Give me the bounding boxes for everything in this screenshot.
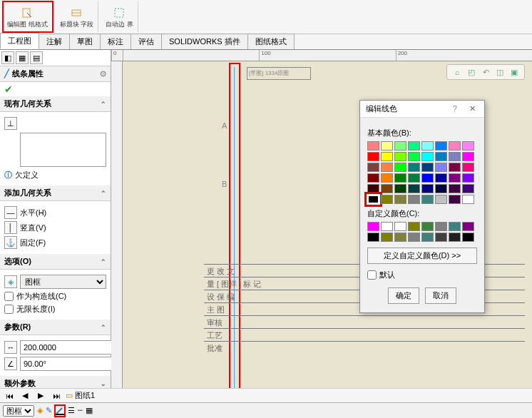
display-style-icon[interactable]: ▣ xyxy=(508,66,520,78)
tab-dimension[interactable]: 标注 xyxy=(100,34,131,49)
color-swatch[interactable] xyxy=(394,173,406,183)
hide-show-icon[interactable]: ▦ xyxy=(86,406,93,415)
color-swatch[interactable] xyxy=(421,173,434,183)
color-swatch[interactable] xyxy=(449,173,461,183)
color-swatch[interactable] xyxy=(435,152,447,161)
close-icon[interactable]: ✕ xyxy=(466,104,479,113)
tab-sheetformat[interactable]: 图纸格式 xyxy=(247,34,295,49)
color-swatch[interactable] xyxy=(367,141,379,151)
length-input[interactable] xyxy=(20,340,126,355)
color-swatch[interactable] xyxy=(435,141,447,151)
zoom-fit-icon[interactable]: ⌕ xyxy=(451,66,463,78)
ok-button[interactable]: 确定 xyxy=(388,287,419,304)
zoom-area-icon[interactable]: ◰ xyxy=(466,66,477,78)
fm-tab-2[interactable]: ▦ xyxy=(16,51,29,64)
color-swatch[interactable] xyxy=(367,222,379,231)
color-swatch[interactable] xyxy=(367,173,379,183)
color-swatch[interactable] xyxy=(408,141,420,151)
color-swatch[interactable] xyxy=(421,195,434,204)
construction-checkbox[interactable] xyxy=(4,292,14,301)
color-swatch[interactable] xyxy=(449,141,461,151)
next-sheet-icon[interactable]: ▶ xyxy=(34,390,47,402)
color-swatch[interactable] xyxy=(449,195,461,204)
color-swatch[interactable] xyxy=(449,184,461,193)
line-color-icon[interactable]: ✎ xyxy=(46,406,52,415)
help-button[interactable]: ? xyxy=(453,104,457,113)
color-swatch[interactable] xyxy=(408,184,420,193)
tab-drawing[interactable]: 工程图 xyxy=(0,33,39,49)
color-swatch[interactable] xyxy=(449,233,461,242)
color-swatch[interactable] xyxy=(421,233,434,242)
color-swatch[interactable] xyxy=(435,163,447,172)
edit-sheet-format-button[interactable]: 编辑图 纸格式 xyxy=(3,1,53,32)
infinite-checkbox[interactable] xyxy=(4,305,14,314)
line-color-tool[interactable] xyxy=(55,405,65,417)
relations-listbox[interactable] xyxy=(20,133,106,167)
color-swatch[interactable] xyxy=(462,184,474,193)
layer-combo[interactable]: 图框 xyxy=(3,405,34,417)
pin-icon[interactable]: ⊙ xyxy=(100,69,106,78)
color-swatch[interactable] xyxy=(435,233,447,242)
tab-evaluate[interactable]: 评估 xyxy=(131,34,162,49)
define-custom-button[interactable]: 定义自定义颜色(D) >> xyxy=(367,248,477,264)
color-swatch[interactable] xyxy=(394,233,406,242)
last-sheet-icon[interactable]: ⏭ xyxy=(50,390,63,402)
relation-horizontal[interactable]: — 水平(H) xyxy=(4,206,106,219)
prev-view-icon[interactable]: ↶ xyxy=(480,66,491,78)
color-swatch[interactable] xyxy=(381,152,393,161)
color-swatch[interactable] xyxy=(462,173,474,183)
relation-vertical[interactable]: │ 竖直(V) xyxy=(4,221,106,234)
ok-check-icon[interactable]: ✔ xyxy=(4,83,106,95)
first-sheet-icon[interactable]: ⏮ xyxy=(3,390,16,402)
color-swatch[interactable] xyxy=(408,173,420,183)
color-swatch[interactable] xyxy=(381,195,393,204)
options-header[interactable]: 选项(O) ⌃ xyxy=(0,254,111,270)
color-swatch[interactable] xyxy=(421,184,434,193)
layer-props-icon[interactable]: ◈ xyxy=(37,406,43,415)
tab-annotate[interactable]: 注解 xyxy=(39,34,70,49)
color-swatch[interactable] xyxy=(408,195,420,204)
tab-addins[interactable]: SOLIDWORKS 插件 xyxy=(161,34,248,49)
color-swatch[interactable] xyxy=(462,152,474,161)
color-swatch[interactable] xyxy=(367,195,379,204)
color-swatch[interactable] xyxy=(449,152,461,161)
fm-tab-3[interactable]: ▤ xyxy=(30,51,43,64)
color-swatch[interactable] xyxy=(394,163,406,172)
color-swatch[interactable] xyxy=(367,152,379,161)
params-header[interactable]: 参数(R) ⌃ xyxy=(0,320,111,335)
color-swatch[interactable] xyxy=(367,184,379,193)
angle-input[interactable] xyxy=(20,357,126,371)
section-view-icon[interactable]: ◫ xyxy=(494,66,506,78)
tab-sketch[interactable]: 草图 xyxy=(69,34,101,49)
color-swatch[interactable] xyxy=(435,195,447,204)
color-swatch[interactable] xyxy=(462,195,474,204)
color-swatch[interactable] xyxy=(435,184,447,193)
color-swatch[interactable] xyxy=(435,222,447,231)
fm-tab-1[interactable]: ◧ xyxy=(1,51,14,64)
color-swatch[interactable] xyxy=(394,152,406,161)
color-swatch[interactable] xyxy=(462,222,474,231)
title-block-button[interactable]: 标题块 字段 xyxy=(56,1,99,32)
color-swatch[interactable] xyxy=(381,173,393,183)
color-swatch[interactable] xyxy=(408,222,420,231)
existing-relations-header[interactable]: 现有几何关系 ⌃ xyxy=(0,96,111,112)
color-swatch[interactable] xyxy=(462,233,474,242)
color-swatch[interactable] xyxy=(408,233,420,242)
add-relations-header[interactable]: 添加几何关系 ⌃ xyxy=(0,185,111,201)
line-thickness-icon[interactable]: ☰ xyxy=(68,406,75,415)
color-swatch[interactable] xyxy=(408,152,420,161)
color-swatch[interactable] xyxy=(381,222,393,231)
color-swatch[interactable] xyxy=(462,141,474,151)
prev-sheet-icon[interactable]: ◀ xyxy=(19,390,31,402)
sheet-tab[interactable]: ▭ 图纸1 xyxy=(66,390,95,401)
color-swatch[interactable] xyxy=(381,141,393,151)
color-swatch[interactable] xyxy=(449,222,461,231)
color-swatch[interactable] xyxy=(394,222,406,231)
auto-border-button[interactable]: 自动边 界 xyxy=(101,1,138,32)
color-swatch[interactable] xyxy=(462,163,474,172)
color-swatch[interactable] xyxy=(367,163,379,172)
line-style-icon[interactable]: ┄ xyxy=(78,406,83,415)
default-checkbox[interactable] xyxy=(367,270,377,280)
color-swatch[interactable] xyxy=(394,195,406,204)
color-swatch[interactable] xyxy=(421,152,434,161)
